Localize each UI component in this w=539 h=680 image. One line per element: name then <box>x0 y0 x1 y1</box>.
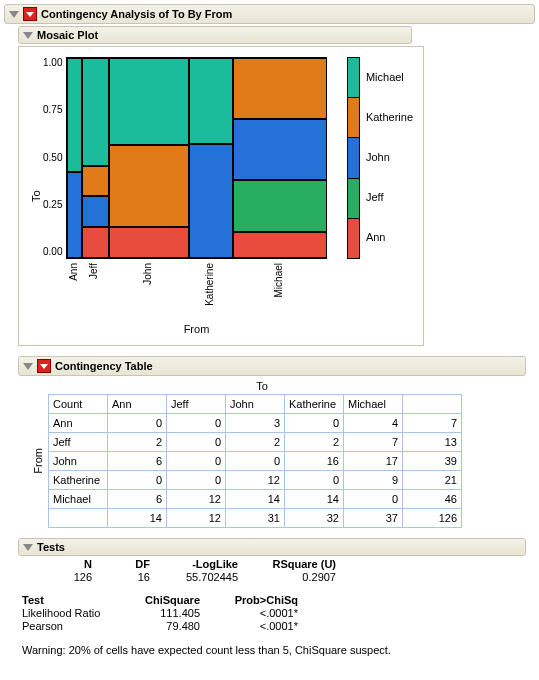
legend-swatch-ann <box>348 218 358 258</box>
main-header[interactable]: Contingency Analysis of To By From <box>4 4 535 24</box>
ct-top-label: To <box>52 380 472 392</box>
mosaic-cell <box>67 58 81 172</box>
mosaic-cell <box>109 58 189 145</box>
mosaic-chart <box>66 57 327 259</box>
y-ticks: 1.00 0.75 0.50 0.25 0.00 <box>43 57 66 257</box>
x-ticks: AnnJeffJohnKatherineMichael <box>66 259 326 319</box>
hotspot-icon[interactable] <box>23 7 37 21</box>
mosaic-cell <box>109 227 189 258</box>
mosaic-cell <box>82 58 109 166</box>
mosaic-plot-box: To 1.00 0.75 0.50 0.25 0.00 AnnJeffJohnK… <box>18 46 424 346</box>
main-title: Contingency Analysis of To By From <box>41 8 232 20</box>
tests-warning: Warning: 20% of cells have expected coun… <box>22 642 535 660</box>
mosaic-cell <box>189 144 232 258</box>
legend-swatch-michael <box>348 58 358 97</box>
mosaic-cell <box>67 172 81 258</box>
mosaic-cell <box>189 58 232 144</box>
legend-swatch-jeff <box>348 178 358 218</box>
ct-header[interactable]: Contingency Table <box>18 356 526 376</box>
disclosure-icon[interactable] <box>23 544 33 551</box>
hotspot-icon[interactable] <box>37 359 51 373</box>
contingency-table: CountAnnJeffJohnKatherineMichaelAnn00304… <box>48 394 462 528</box>
tests-title: Tests <box>37 541 65 553</box>
disclosure-icon[interactable] <box>23 32 33 39</box>
x-axis-label: From <box>66 323 326 335</box>
legend-labels: Michael Katherine John Jeff Ann <box>366 57 413 257</box>
disclosure-icon[interactable] <box>9 11 19 18</box>
tests-block: N DF -LogLike RSquare (U) 126 16 55.7024… <box>22 558 535 660</box>
legend-strip <box>347 57 359 259</box>
mosaic-cell <box>82 196 109 227</box>
mosaic-cell <box>82 166 109 197</box>
mosaic-cell <box>233 119 328 180</box>
legend-swatch-john <box>348 137 358 177</box>
mosaic-cell <box>233 232 328 258</box>
disclosure-icon[interactable] <box>23 363 33 370</box>
legend-swatch-katherine <box>348 97 358 137</box>
ct-title: Contingency Table <box>55 360 153 372</box>
mosaic-header[interactable]: Mosaic Plot <box>18 26 412 44</box>
ct-side-label: From <box>32 448 44 474</box>
mosaic-title: Mosaic Plot <box>37 29 98 41</box>
tests-header[interactable]: Tests <box>18 538 526 556</box>
y-axis-label: To <box>29 57 43 335</box>
mosaic-cell <box>233 180 328 232</box>
mosaic-cell <box>109 145 189 227</box>
mosaic-cell <box>82 227 109 258</box>
mosaic-cell <box>233 58 328 119</box>
